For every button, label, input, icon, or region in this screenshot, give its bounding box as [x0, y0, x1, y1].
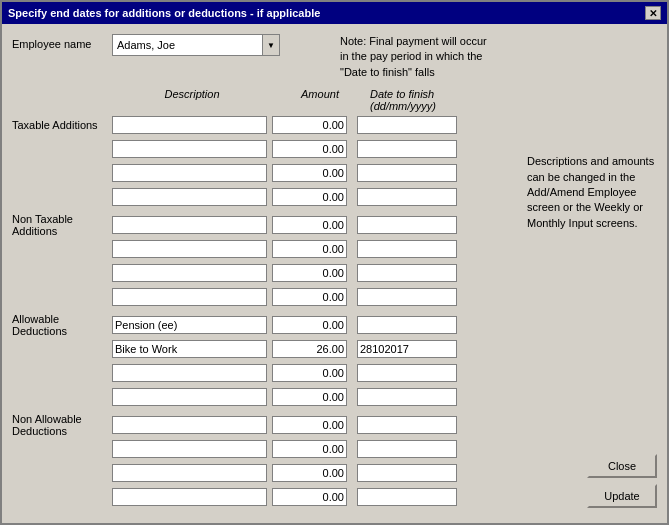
date-field[interactable]	[357, 316, 457, 334]
amount-field[interactable]	[272, 488, 347, 506]
dropdown-arrow[interactable]: ▼	[262, 34, 280, 56]
amount-field[interactable]	[272, 264, 347, 282]
date-field[interactable]	[357, 164, 457, 182]
description-field[interactable]	[112, 164, 267, 182]
description-field[interactable]	[112, 388, 267, 406]
top-row: Employee name ▼ Note: Final payment will…	[12, 34, 657, 80]
desc-header: Description	[112, 88, 272, 112]
date-field[interactable]	[357, 364, 457, 382]
section-group-allowable-deductions: Allowable Deductions	[12, 314, 517, 410]
date-field[interactable]	[357, 340, 457, 358]
amount-field[interactable]	[272, 164, 347, 182]
date-field[interactable]	[357, 240, 457, 258]
description-field[interactable]	[112, 488, 267, 506]
date-field[interactable]	[357, 440, 457, 458]
amount-field[interactable]	[272, 188, 347, 206]
columns-header: Description Amount Date to finish (dd/mm…	[112, 88, 657, 112]
date-field[interactable]	[357, 464, 457, 482]
right-panel: Descriptions and amounts can be changed …	[517, 114, 657, 514]
amount-field[interactable]	[272, 116, 347, 134]
amount-field[interactable]	[272, 216, 347, 234]
amount-field[interactable]	[272, 140, 347, 158]
table-row	[12, 386, 517, 408]
amount-field[interactable]	[272, 464, 347, 482]
table-row	[12, 438, 517, 460]
description-field[interactable]	[112, 340, 267, 358]
table-row	[12, 238, 517, 260]
date-field[interactable]	[357, 488, 457, 506]
section-label: Allowable Deductions	[12, 313, 112, 337]
description-field[interactable]	[112, 416, 267, 434]
main-window: Specify end dates for additions or deduc…	[0, 0, 669, 525]
section-label: Taxable Additions	[12, 119, 112, 131]
date-field[interactable]	[357, 416, 457, 434]
description-field[interactable]	[112, 240, 267, 258]
date-field[interactable]	[357, 116, 457, 134]
date-field[interactable]	[357, 188, 457, 206]
date-field[interactable]	[357, 288, 457, 306]
description-field[interactable]	[112, 188, 267, 206]
rows-section: Taxable AdditionsNon Taxable AdditionsAl…	[12, 114, 517, 514]
table-row: Non Taxable Additions	[12, 214, 517, 236]
update-button[interactable]: Update	[587, 484, 657, 508]
side-note: Descriptions and amounts can be changed …	[527, 154, 657, 231]
table-row: Taxable Additions	[12, 114, 517, 136]
description-field[interactable]	[112, 364, 267, 382]
table-row	[12, 486, 517, 508]
top-note: Note: Final payment will occur in the pa…	[340, 34, 487, 80]
title-bar-text: Specify end dates for additions or deduc…	[8, 7, 320, 19]
main-area: Taxable AdditionsNon Taxable AdditionsAl…	[12, 114, 657, 514]
description-field[interactable]	[112, 140, 267, 158]
amount-field[interactable]	[272, 340, 347, 358]
date-field[interactable]	[357, 216, 457, 234]
description-field[interactable]	[112, 316, 267, 334]
table-row	[12, 362, 517, 384]
table-row	[12, 138, 517, 160]
content-area: Employee name ▼ Note: Final payment will…	[2, 24, 667, 524]
description-field[interactable]	[112, 264, 267, 282]
date-field[interactable]	[357, 388, 457, 406]
section-group-non-allowable-deductions: Non Allowable Deductions	[12, 414, 517, 510]
section-group-taxable-additions: Taxable Additions	[12, 114, 517, 210]
description-field[interactable]	[112, 116, 267, 134]
amount-field[interactable]	[272, 440, 347, 458]
amount-field[interactable]	[272, 240, 347, 258]
amount-field[interactable]	[272, 316, 347, 334]
title-bar: Specify end dates for additions or deduc…	[2, 2, 667, 24]
date-field[interactable]	[357, 264, 457, 282]
table-row	[12, 286, 517, 308]
section-label: Non Taxable Additions	[12, 213, 112, 237]
amount-field[interactable]	[272, 388, 347, 406]
description-field[interactable]	[112, 440, 267, 458]
table-row	[12, 162, 517, 184]
amount-field[interactable]	[272, 288, 347, 306]
description-field[interactable]	[112, 464, 267, 482]
table-row	[12, 338, 517, 360]
date-field[interactable]	[357, 140, 457, 158]
amount-field[interactable]	[272, 416, 347, 434]
section-label: Non Allowable Deductions	[12, 413, 112, 437]
table-row: Non Allowable Deductions	[12, 414, 517, 436]
section-group-non-taxable-additions: Non Taxable Additions	[12, 214, 517, 310]
employee-name-input[interactable]	[112, 34, 262, 56]
close-button[interactable]: Close	[587, 454, 657, 478]
amount-field[interactable]	[272, 364, 347, 382]
table-row	[12, 462, 517, 484]
employee-label: Employee name	[12, 34, 112, 50]
table-row	[12, 262, 517, 284]
table-row	[12, 186, 517, 208]
date-header: Date to finish (dd/mm/yyyy)	[370, 88, 480, 112]
employee-dropdown: ▼	[112, 34, 280, 56]
amount-header: Amount	[280, 88, 360, 112]
description-field[interactable]	[112, 288, 267, 306]
close-icon[interactable]: ✕	[645, 6, 661, 20]
description-field[interactable]	[112, 216, 267, 234]
table-row: Allowable Deductions	[12, 314, 517, 336]
